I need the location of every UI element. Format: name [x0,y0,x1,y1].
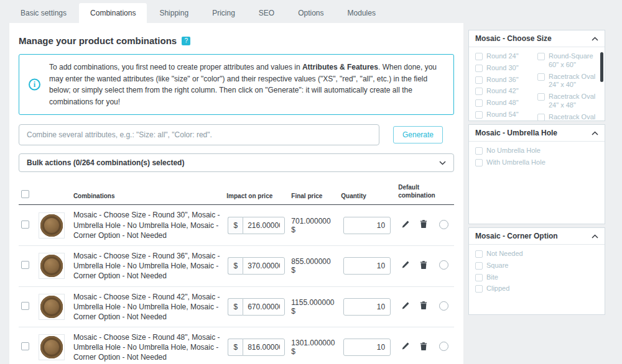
trash-icon[interactable] [420,220,427,229]
product-image [39,334,65,360]
attribute-option[interactable]: Square [475,262,598,270]
final-price: 855.000000 $ [289,245,338,286]
default-combination-radio[interactable] [439,342,448,351]
attribute-checkbox[interactable] [537,114,545,121]
default-combination-radio[interactable] [439,260,448,270]
impact-price-input[interactable] [243,257,285,275]
currency-addon: $ [228,217,243,234]
attributes-input[interactable] [19,124,379,145]
attribute-option[interactable]: Racetrack Oval 24" x 40" [537,73,598,90]
attribute-checkbox[interactable] [475,53,483,60]
generator-row: Generate [19,124,454,145]
attribute-option[interactable]: Racetrack Oval [537,113,598,121]
attribute-checkbox[interactable] [475,250,483,258]
table-row: Mosaic - Choose Size - Round 36", Mosaic… [19,245,454,286]
currency-addon: $ [228,257,243,275]
attribute-checkbox[interactable] [475,147,483,155]
quantity-input[interactable] [343,298,391,316]
size-options-column-1: Round 24" Round 30" Round 36" Round 42" … [475,52,536,116]
attribute-panel-header[interactable]: Mosaic - Corner Option [469,228,605,245]
tab-pricing[interactable]: Pricing [201,3,246,23]
mosaic-table-top-image [40,336,63,358]
table-row: Mosaic - Choose Size - Round 30", Mosaic… [19,205,454,246]
trash-icon[interactable] [420,301,427,310]
info-link-attributes-features[interactable]: Attributes & Features [302,63,378,71]
select-all-checkbox[interactable] [21,190,29,198]
attribute-panel-body: Round 24" Round 30" Round 36" Round 42" … [469,47,605,121]
attribute-checkbox[interactable] [475,99,483,107]
attribute-option-label: Round-Square 60" x 60" [549,52,598,70]
help-icon[interactable]: ? [182,37,190,45]
impact-price-input[interactable] [243,339,285,356]
trash-icon[interactable] [420,261,427,270]
combination-name: Mosaic - Choose Size - Round 30", Mosaic… [71,205,224,246]
tab-basic-settings[interactable]: Basic settings [9,3,78,23]
attribute-checkbox[interactable] [537,53,545,60]
attribute-option[interactable]: Not Needed [475,250,598,258]
attribute-option[interactable]: No Umbrella Hole [475,147,598,155]
attribute-option[interactable]: Round 24" [475,52,536,61]
header-quantity: Quantity [338,180,396,205]
table-header-row: Combinations Impact on price Final price… [19,180,454,205]
product-image [39,253,65,279]
attribute-checkbox[interactable] [475,111,483,119]
attribute-panel-header[interactable]: Mosaic - Umbrella Hole [469,125,605,142]
attribute-panel-header[interactable]: Mosaic - Choose Size [469,30,605,47]
info-box: i To add combinations, you first need to… [19,54,454,115]
page-layout: Manage your product combinations ? i To … [0,23,622,364]
tab-shipping[interactable]: Shipping [148,3,200,23]
attribute-option[interactable]: Round-Square 60" x 60" [537,52,598,70]
edit-icon[interactable] [401,261,409,269]
edit-icon[interactable] [401,342,409,350]
bulk-actions-dropdown[interactable]: Bulk actions (0/264 combination(s) selec… [19,153,454,172]
default-combination-radio[interactable] [439,301,448,311]
attribute-option[interactable]: Racetrack Oval 24" x 48" [537,93,598,110]
attribute-option-label: Racetrack Oval [549,113,595,121]
attribute-option[interactable]: Round 36" [475,76,536,84]
impact-price-input[interactable] [243,298,285,316]
quantity-input[interactable] [343,217,391,234]
quantity-input[interactable] [343,339,391,356]
attribute-option[interactable]: Round 30" [475,64,536,73]
attribute-option[interactable]: Clipped [475,284,598,293]
tab-seo[interactable]: SEO [248,3,285,23]
attribute-option-label: Round 36" [486,76,519,84]
attribute-option[interactable]: Round 48" [475,99,536,107]
attribute-option[interactable]: Round 42" [475,87,536,96]
attribute-panel-umbrella-hole: Mosaic - Umbrella Hole No Umbrella Hole … [468,124,605,224]
row-checkbox[interactable] [21,261,29,269]
impact-price-input[interactable] [243,217,285,234]
attribute-option[interactable]: With Umbrella Hole [475,158,598,167]
row-checkbox[interactable] [21,221,29,229]
generate-button[interactable]: Generate [393,126,443,143]
attribute-option-label: No Umbrella Hole [486,147,541,155]
attribute-option-label: With Umbrella Hole [486,158,545,167]
attribute-checkbox[interactable] [475,76,483,84]
tab-modules[interactable]: Modules [337,3,387,23]
row-checkbox[interactable] [21,342,29,350]
scrollbar[interactable] [600,52,603,82]
trash-icon[interactable] [420,342,427,351]
attribute-option[interactable]: Round 54" [475,111,536,119]
mosaic-table-top-image [40,255,63,277]
attribute-checkbox[interactable] [475,159,483,166]
attribute-checkbox[interactable] [475,65,483,72]
quantity-input[interactable] [343,257,391,275]
title-row: Manage your product combinations ? [19,23,454,46]
edit-icon[interactable] [401,221,409,229]
attribute-checkbox[interactable] [475,88,483,95]
edit-icon[interactable] [401,302,409,310]
attribute-checkbox[interactable] [475,274,483,281]
default-combination-radio[interactable] [439,220,448,229]
table-row: Mosaic - Choose Size - Round 48", Mosaic… [19,327,454,364]
attribute-option[interactable]: Bite [475,273,598,282]
header-default-combination: Default combination [396,180,454,205]
attribute-checkbox[interactable] [537,73,545,81]
row-checkbox[interactable] [21,302,29,310]
tab-options[interactable]: Options [287,3,335,23]
attribute-checkbox[interactable] [475,262,483,270]
chevron-up-icon [592,131,598,135]
tab-combinations[interactable]: Combinations [79,3,147,23]
attribute-checkbox[interactable] [475,285,483,293]
attribute-checkbox[interactable] [537,93,545,101]
